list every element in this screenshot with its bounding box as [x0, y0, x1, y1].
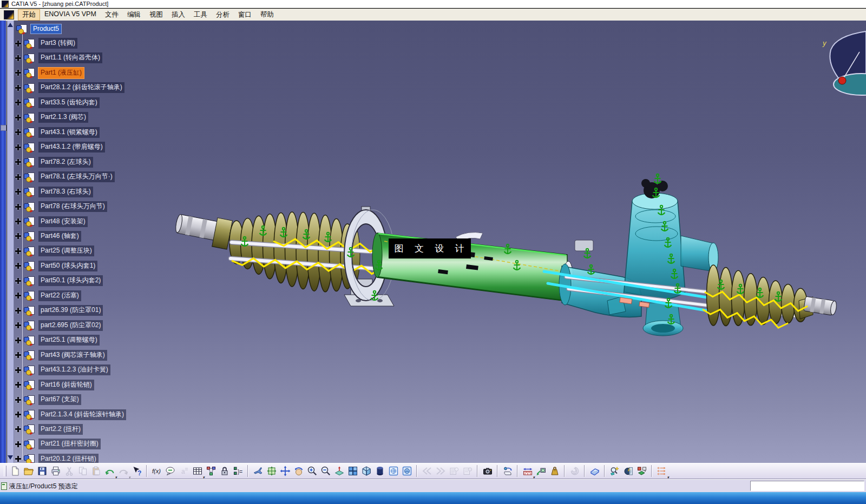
expand-icon[interactable]: [15, 159, 21, 165]
tree-item[interactable]: Part50 (球头内套1): [15, 261, 97, 271]
tree-item[interactable]: Part2.1.3 (阀芯): [15, 112, 88, 122]
tree-item[interactable]: Part28.1.2 (斜齿轮滚子轴承): [15, 83, 124, 92]
menu-item[interactable]: ENOVIA V5 VPM: [40, 9, 101, 21]
sectioning-button[interactable]: [621, 465, 635, 478]
tree-item[interactable]: Part21 (扭杆密封圈): [15, 439, 101, 449]
expand-icon[interactable]: [15, 337, 21, 343]
tree-item[interactable]: Part25.1 (调整螺母): [15, 335, 100, 345]
tree-item[interactable]: Part16 (斜齿轮销): [15, 380, 94, 390]
tree-item-label[interactable]: Part2.1.3 (阀芯): [38, 112, 88, 123]
tree-root-label[interactable]: Product5: [31, 24, 61, 34]
tree-item[interactable]: Part25 (调整压块): [15, 246, 94, 256]
tree-scrollbar[interactable]: [7, 21, 14, 463]
swirl-tool-button[interactable]: [568, 465, 581, 478]
normal-view-button[interactable]: [332, 465, 346, 478]
tree-item[interactable]: Part22 (活塞): [15, 291, 81, 301]
tree-item[interactable]: Part1 (液压缸): [15, 68, 84, 78]
toolbar-grip[interactable]: [4, 466, 6, 476]
lock-button[interactable]: [218, 465, 231, 478]
tree-item-label[interactable]: Part78.3 (右球头): [38, 187, 93, 197]
fast-forward-button[interactable]: [434, 465, 447, 478]
rotate-button[interactable]: [292, 465, 305, 478]
expand-icon[interactable]: [15, 441, 21, 447]
tree-item-label[interactable]: Part2.1.3.4 (斜齿轮滚针轴承): [38, 409, 126, 420]
power-input-field[interactable]: [750, 481, 864, 491]
multi-view-button[interactable]: [346, 465, 359, 478]
tree-item-label[interactable]: part26.39 (防尘罩01): [38, 305, 103, 316]
clean-eraser-button[interactable]: [588, 465, 601, 478]
zoom-in-button[interactable]: [305, 465, 319, 478]
expand-icon[interactable]: [15, 248, 21, 254]
tree-item-label[interactable]: Part78.1 (左球头万向节·): [38, 171, 115, 182]
cut-button[interactable]: [62, 465, 76, 478]
iso-view-button[interactable]: [359, 465, 373, 478]
expand-icon[interactable]: [15, 278, 21, 284]
tree-item-label[interactable]: part2.695 (防尘罩02): [38, 320, 103, 331]
print-button[interactable]: [49, 465, 62, 478]
tree-item-label[interactable]: Part3 (转阀): [38, 38, 77, 49]
expand-icon[interactable]: [15, 233, 21, 239]
context-help-button[interactable]: ?: [130, 465, 143, 478]
splitter-handle[interactable]: [1, 125, 6, 131]
tree-item[interactable]: Part78.1 (左球头万向节·): [15, 172, 115, 182]
tree-item-label[interactable]: Part28.1.2 (斜齿轮滚子轴承): [38, 82, 124, 93]
tree-item-label[interactable]: Part1 (液压缸): [38, 68, 84, 78]
tree-item-label[interactable]: Part20.1.2 (扭杆销): [38, 454, 99, 463]
tree-root[interactable]: Product5: [16, 24, 61, 34]
knowledge-button[interactable]: a: [177, 465, 191, 478]
view-mode-2-button[interactable]: [400, 465, 414, 478]
redo-button[interactable]: ▾: [116, 465, 130, 478]
tree-item[interactable]: Part43 (阀芯滚子轴承): [15, 350, 107, 360]
expand-icon[interactable]: [15, 70, 21, 76]
menu-item[interactable]: 插入: [167, 9, 189, 21]
viewpoint-copy-button[interactable]: [447, 465, 461, 478]
fly-mode-button[interactable]: [251, 465, 265, 478]
tree-item[interactable]: Part78.3 (右球头): [15, 187, 93, 197]
expand-icon[interactable]: [15, 263, 21, 269]
tree-item[interactable]: Part43.1.2.3 (油封卡簧): [15, 365, 110, 375]
tree-item-label[interactable]: Part48 (安装架): [38, 216, 88, 227]
tree-item-label[interactable]: Part67 (支架): [38, 394, 81, 405]
tree-item[interactable]: Part78.2 (左球头): [15, 157, 93, 167]
expand-icon[interactable]: [15, 218, 21, 224]
clash-analysis-button[interactable]: [608, 465, 621, 478]
fit-all-button[interactable]: [265, 465, 278, 478]
expand-icon[interactable]: [15, 308, 21, 314]
tree-item-label[interactable]: Part78 (右球头万向节): [38, 201, 107, 212]
tree-item[interactable]: Part50.1 (球头内套2): [15, 276, 103, 286]
tree-item-label[interactable]: Part46 (轴套): [38, 231, 81, 242]
measure-between-button[interactable]: ▾: [521, 465, 534, 478]
expand-icon[interactable]: [15, 412, 21, 417]
menu-item[interactable]: 帮助: [256, 9, 278, 21]
tree-item[interactable]: Part43.1 (锁紧螺母): [15, 128, 100, 137]
open-folder-button[interactable]: [22, 465, 35, 478]
valve-housing[interactable]: [559, 179, 718, 336]
expand-icon[interactable]: [15, 144, 21, 150]
distance-band-button[interactable]: [635, 465, 648, 478]
expand-icon[interactable]: [15, 456, 21, 462]
expand-icon[interactable]: [15, 397, 21, 403]
expand-icon[interactable]: [15, 100, 21, 105]
tree-item-label[interactable]: Part22 (活塞): [38, 290, 81, 301]
tree-item-label[interactable]: Part25.1 (调整螺母): [38, 335, 100, 346]
expand-icon[interactable]: [15, 322, 21, 328]
expand-icon[interactable]: [15, 174, 21, 180]
tree-item-label[interactable]: Part1.1 (转向器壳体): [38, 52, 102, 63]
rewind-button[interactable]: [420, 465, 434, 478]
tree-item-label[interactable]: Part21 (扭杆密封圈): [38, 439, 101, 449]
tree-item-label[interactable]: Part16 (斜齿轮销): [38, 380, 94, 390]
zoom-out-button[interactable]: [319, 465, 332, 478]
tree-item[interactable]: Part33.5 (齿轮内套): [15, 98, 100, 108]
pan-button[interactable]: [278, 465, 292, 478]
tree-item[interactable]: part2.695 (防尘罩02): [15, 321, 103, 330]
tree-item[interactable]: Part3 (转阀): [15, 38, 77, 48]
tree-item[interactable]: Part2.2 (扭杆): [15, 425, 83, 434]
expand-icon[interactable]: [15, 189, 21, 195]
menu-item[interactable]: 编辑: [123, 9, 145, 21]
view-mode-1-button[interactable]: [386, 465, 400, 478]
expand-icon[interactable]: [15, 426, 21, 432]
measure-inertia-button[interactable]: [548, 465, 561, 478]
paste-button[interactable]: [89, 465, 103, 478]
copy-button[interactable]: [76, 465, 89, 478]
dropdown-arrow-icon[interactable]: ▾: [667, 475, 669, 479]
